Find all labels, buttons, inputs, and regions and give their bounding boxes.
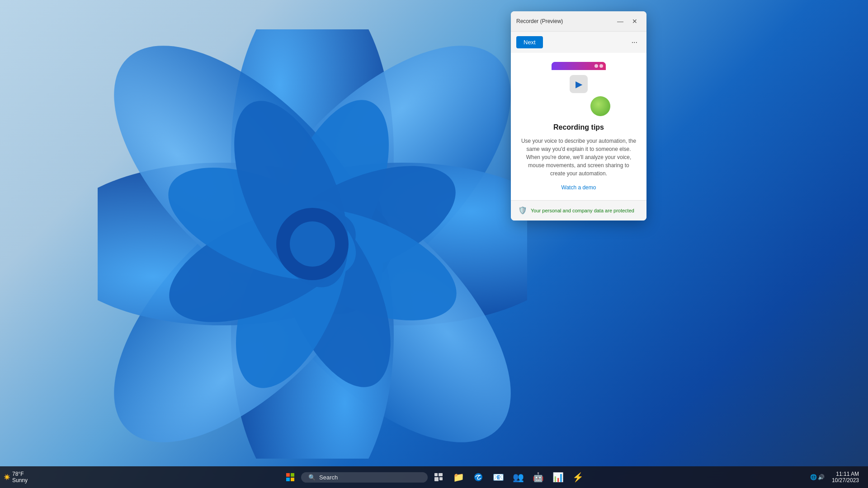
svg-rect-25 [439,477,443,480]
clock-date: 10/27/2023 [832,477,859,483]
illustration-dot-1 [594,64,598,68]
search-icon: 🔍 [308,474,316,481]
next-button[interactable]: Next [516,36,543,48]
power-automate-button[interactable]: ⚡ [569,468,587,486]
recording-tips-text: Use your voice to describe your automati… [520,137,637,178]
recorder-content: ▶ Recording tips Use your voice to descr… [511,53,646,200]
recorder-title: Recorder (Preview) [516,18,563,24]
illustration-window-content: ▶ [552,70,606,98]
svg-rect-22 [434,473,438,476]
desktop: Recorder (Preview) — ✕ Next ··· [0,0,868,488]
volume-icon: 🔊 [818,474,825,480]
system-tray-icons[interactable]: 🌐 🔊 [808,468,826,486]
more-options-button[interactable]: ··· [628,37,641,48]
recorder-illustration: ▶ [547,62,610,116]
privacy-text: Your personal and company data are prote… [531,208,634,213]
recorder-panel: Recorder (Preview) — ✕ Next ··· [511,11,646,221]
svg-rect-20 [286,478,290,481]
svg-rect-21 [291,478,294,481]
titlebar-controls: — ✕ [614,15,641,28]
svg-rect-19 [291,473,294,477]
recorder-titlebar: Recorder (Preview) — ✕ [511,11,646,32]
copilot-button[interactable]: 🤖 [529,468,547,486]
shield-icon: 🛡️ [518,206,527,215]
desktop-bloom [98,29,527,459]
illustration-play-icon: ▶ [570,75,588,93]
taskbar-center: 🔍 Search 📁 [281,468,587,486]
task-view-button[interactable] [429,468,448,486]
search-label: Search [319,474,338,481]
illustration-window-bar [552,62,606,70]
illustration-speech-bubble [590,96,610,116]
excel-button[interactable]: 📊 [549,468,567,486]
svg-point-17 [290,221,335,267]
clock[interactable]: 11:11 AM 10/27/2023 [828,469,863,485]
weather-temperature: 78°F [12,471,28,477]
weather-condition: Sunny [12,477,28,483]
network-icon: 🌐 [810,474,817,480]
edge-button[interactable] [469,468,487,486]
search-bar[interactable]: 🔍 Search [301,472,428,483]
recording-tips-title: Recording tips [520,123,637,131]
illustration-dot-2 [599,64,603,68]
minimize-button[interactable]: — [614,15,627,28]
svg-rect-24 [434,477,439,481]
weather-icon: ☀️ [4,474,10,480]
weather-info: 78°F Sunny [12,471,28,483]
close-button[interactable]: ✕ [628,15,641,28]
weather-widget[interactable]: ☀️ 78°F Sunny [0,469,31,485]
watch-demo-link[interactable]: Watch a demo [561,184,596,191]
svg-rect-18 [286,473,290,477]
taskbar: ☀️ 78°F Sunny 🔍 Search [0,466,868,488]
svg-rect-23 [439,473,443,476]
recorder-toolbar: Next ··· [511,32,646,53]
recorder-footer: 🛡️ Your personal and company data are pr… [511,200,646,221]
svg-point-26 [474,473,482,481]
illustration-window: ▶ [552,62,606,98]
outlook-button[interactable]: 📧 [489,468,507,486]
teams-button[interactable]: 👥 [509,468,527,486]
clock-time: 11:11 AM [836,471,859,477]
start-button[interactable] [281,468,299,486]
file-explorer-button[interactable]: 📁 [449,468,467,486]
taskbar-right: 🌐 🔊 11:11 AM 10/27/2023 [808,466,868,488]
